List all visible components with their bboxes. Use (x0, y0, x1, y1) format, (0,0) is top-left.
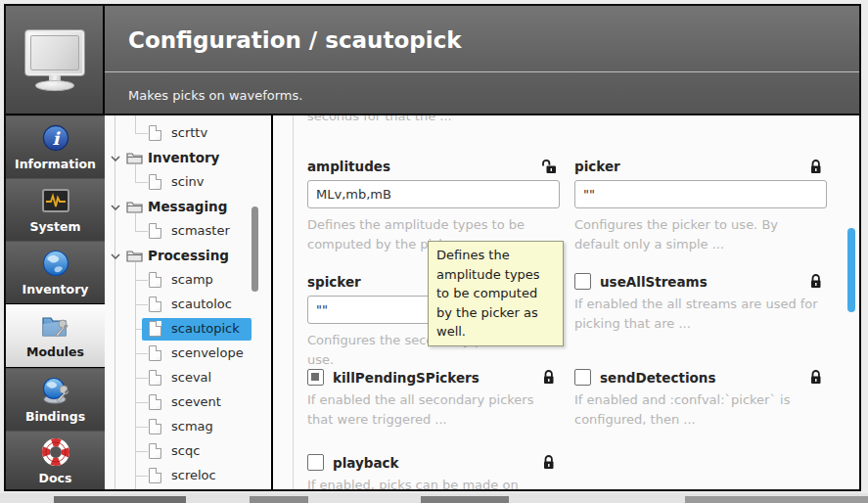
info-icon: i (42, 124, 69, 152)
chevron-down-icon (111, 205, 120, 210)
field-description: If enabled the all streams are used for … (574, 295, 825, 334)
folder-icon (126, 249, 143, 262)
content-scrollbar-thumb[interactable] (847, 228, 855, 312)
sidebar-item-label: Inventory (23, 282, 89, 297)
tree-item-inventory[interactable]: Inventory (105, 146, 273, 170)
file-icon (149, 468, 161, 483)
folder-icon (126, 200, 143, 213)
lock-icon[interactable] (542, 369, 556, 385)
file-icon (149, 370, 161, 386)
globe-wrench-icon (41, 377, 70, 404)
taskbar-segment (54, 496, 186, 503)
config-panel: seconds for that the ... amplitudes Defi… (273, 115, 861, 491)
field-useAllStreams: useAllStreams If enabled the all streams… (574, 273, 827, 290)
sidebar-item-modules[interactable]: Modules (6, 303, 105, 368)
tree-item-scrttv[interactable]: scrttv (105, 121, 273, 146)
field-label: playback (333, 455, 399, 471)
chevron-down-icon (111, 156, 120, 161)
tree-item-scinv[interactable]: scinv (105, 170, 273, 195)
unlock-icon[interactable] (542, 159, 556, 174)
tree-item-partial[interactable] (105, 488, 273, 491)
sidebar-item-label: Modules (26, 344, 84, 359)
chevron-down-icon (111, 253, 120, 259)
tree-item-scenvelope[interactable]: scenvelope (105, 342, 273, 366)
sendDetections-checkbox[interactable] (574, 369, 591, 386)
file-icon (149, 272, 161, 288)
file-icon (149, 321, 161, 337)
module-tree: scrttv Inventory scinv Messaging scmaste… (105, 115, 273, 491)
sidebar-item-docs[interactable]: Docs (6, 431, 105, 491)
folder-icon (126, 151, 143, 164)
field-label: killPendingSPickers (333, 370, 480, 386)
amplitudes-input[interactable] (307, 180, 560, 208)
tree-item-scmag[interactable]: scmag (105, 415, 273, 439)
sidebar-item-information[interactable]: i Information (6, 115, 105, 178)
field-picker: picker Configures the picker to use. By … (574, 159, 827, 174)
field-label: picker (574, 159, 827, 174)
sidebar-nav: i Information System Inventory (6, 115, 105, 491)
tree-item-sceval[interactable]: sceval (105, 366, 273, 390)
tooltip: Defines the amplitude types to be comput… (428, 241, 564, 346)
file-icon (149, 394, 161, 410)
lock-icon[interactable] (542, 454, 556, 470)
sidebar-item-inventory[interactable]: Inventory (6, 241, 105, 303)
file-icon (149, 297, 161, 312)
app-icon-panel (6, 6, 105, 115)
page-header: Configuration / scautopick Makes picks o… (105, 6, 861, 115)
field-playback: playback If enabled, picks can be made o… (307, 454, 560, 471)
file-icon (149, 125, 161, 141)
playback-checkbox[interactable] (307, 454, 324, 471)
tree-item-scautopick[interactable]: scautopick (105, 317, 273, 342)
app-screenshot: Configuration / scautopick Makes picks o… (0, 0, 868, 503)
header-divider (105, 71, 861, 72)
page-subtitle: Makes picks on waveforms. (128, 88, 302, 103)
field-label: amplitudes (307, 159, 560, 174)
sidebar-item-bindings[interactable]: Bindings (6, 368, 105, 431)
taskbar-segment (685, 496, 868, 503)
field-amplitudes: amplitudes Defines the amplitude types t… (307, 159, 560, 174)
tree-item-screloc[interactable]: screloc (105, 464, 273, 488)
tree-item-scmaster[interactable]: scmaster (105, 219, 273, 244)
sidebar-item-label: System (29, 219, 80, 234)
tree-scrollbar-thumb[interactable] (251, 206, 258, 292)
tree-item-messaging[interactable]: Messaging (105, 195, 273, 219)
clipped-description: seconds for that the ... (307, 115, 452, 123)
taskbar-segment (250, 496, 308, 503)
tree-item-scqc[interactable]: scqc (105, 439, 273, 464)
lock-icon[interactable] (809, 273, 823, 289)
field-description: If enabled, picks can be made on (307, 476, 558, 491)
panel-border-line (293, 115, 294, 491)
field-label: useAllStreams (600, 274, 708, 290)
monitor-icon (23, 29, 87, 90)
file-icon (149, 174, 161, 190)
sidebar-item-label: Information (15, 157, 96, 171)
field-killPendingSPickers: killPendingSPickers If enabled the all s… (307, 369, 560, 386)
folder-wrench-icon (41, 312, 70, 340)
field-label: sendDetections (600, 370, 715, 386)
globe-icon (42, 250, 69, 277)
field-description: If enabled the all secondary pickers tha… (307, 390, 558, 430)
field-description: If enabled and :confval:`picker` is conf… (574, 390, 825, 430)
picker-input[interactable] (574, 180, 827, 208)
lock-icon[interactable] (809, 369, 823, 385)
tree-item-processing[interactable]: Processing (105, 244, 273, 268)
page-title: Configuration / scautopick (128, 27, 462, 53)
file-icon (149, 345, 161, 361)
taskbar-segment (421, 496, 509, 503)
file-icon (149, 443, 161, 459)
scconfig-window: Configuration / scautopick Makes picks o… (4, 4, 861, 491)
sidebar-item-system[interactable]: System (6, 178, 105, 241)
sidebar-item-label: Docs (39, 471, 72, 485)
field-sendDetections: sendDetections If enabled and :confval:`… (574, 369, 827, 386)
tree-item-scautoloc[interactable]: scautoloc (105, 293, 273, 317)
lifebuoy-icon (42, 438, 69, 466)
tree-item-scevent[interactable]: scevent (105, 390, 273, 415)
sidebar-item-label: Bindings (25, 409, 85, 424)
killPendingSPickers-checkbox[interactable] (307, 369, 324, 386)
tree-item-scamp[interactable]: scamp (105, 268, 273, 293)
lock-icon[interactable] (809, 159, 823, 174)
file-icon (149, 419, 161, 434)
useAllStreams-checkbox[interactable] (574, 273, 591, 290)
field-description: Configures the picker to use. By default… (574, 215, 825, 254)
file-icon (149, 223, 161, 239)
